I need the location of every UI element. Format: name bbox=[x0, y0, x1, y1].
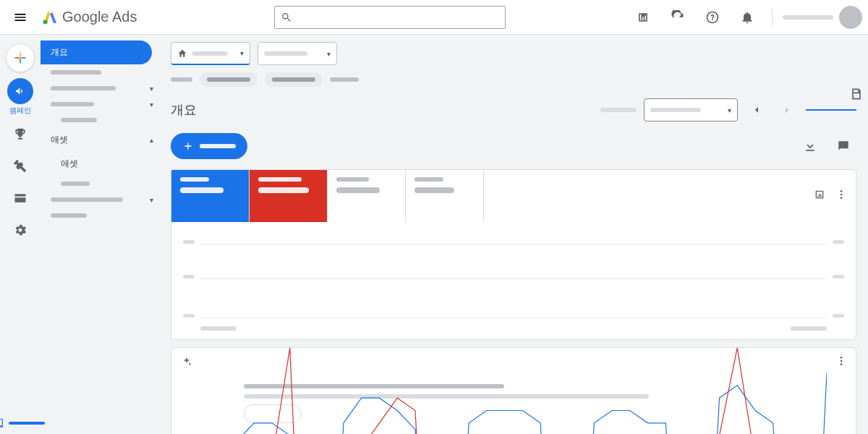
card-toolbar bbox=[805, 170, 856, 222]
bar-chart-icon bbox=[636, 10, 650, 25]
redacted-label bbox=[51, 102, 94, 106]
sidebar-item-assets[interactable]: 애셋 ▴ bbox=[41, 128, 159, 152]
product-name: Google Ads bbox=[62, 9, 137, 25]
left-rail: 캠페인 bbox=[0, 35, 41, 434]
sidebar-item-campaigns[interactable]: ▾ bbox=[41, 96, 159, 112]
action-row bbox=[166, 126, 861, 166]
sidebar-sub-assets[interactable]: 애셋 bbox=[41, 152, 159, 176]
chevron-down-icon: ▾ bbox=[150, 85, 153, 93]
metric-tab-2[interactable] bbox=[250, 170, 328, 222]
caret-down-icon: ▾ bbox=[728, 106, 731, 114]
date-range-picker[interactable]: ▾ bbox=[644, 98, 738, 122]
more-vert-icon bbox=[835, 355, 847, 367]
sidebar-item-recommendations[interactable] bbox=[41, 64, 159, 80]
sidebar-sub-campaigns[interactable] bbox=[41, 112, 159, 128]
more-vert-icon bbox=[835, 189, 847, 200]
filter-chip[interactable] bbox=[265, 72, 323, 87]
refresh-icon bbox=[671, 10, 685, 25]
sidebar-nav: 개요 ▾ ▾ 애셋 ▴ 애셋 ▾ bbox=[41, 35, 159, 434]
new-campaign-button[interactable] bbox=[171, 133, 247, 159]
gear-icon bbox=[13, 223, 27, 237]
product-logo[interactable]: Google Ads bbox=[41, 9, 137, 26]
header-actions bbox=[629, 3, 862, 32]
metric-tab-4[interactable] bbox=[406, 170, 484, 222]
card-menu-button[interactable] bbox=[835, 189, 847, 203]
sidebar-label: 애셋 bbox=[51, 134, 68, 146]
search-input[interactable] bbox=[298, 12, 499, 22]
search-box[interactable] bbox=[274, 6, 506, 29]
y-tick bbox=[833, 314, 844, 318]
account-name-redacted bbox=[783, 15, 833, 20]
sidebar-sub-item2[interactable] bbox=[41, 176, 159, 192]
rail-billing[interactable] bbox=[7, 185, 33, 211]
rail-campaigns-label: 캠페인 bbox=[9, 106, 31, 116]
feedback-icon bbox=[836, 139, 851, 153]
sidebar-item-audiences[interactable]: ▾ bbox=[41, 192, 159, 208]
app-header: Google Ads bbox=[0, 0, 868, 35]
reports-button[interactable] bbox=[629, 3, 658, 32]
redacted-label bbox=[51, 213, 87, 218]
save-report-button[interactable] bbox=[845, 82, 868, 106]
create-button[interactable] bbox=[6, 43, 35, 72]
account-selector[interactable]: ▾ bbox=[171, 42, 250, 65]
card-icon bbox=[13, 191, 27, 205]
hamburger-menu-button[interactable] bbox=[6, 3, 35, 32]
search-icon bbox=[281, 12, 292, 23]
performance-chart bbox=[200, 235, 827, 322]
user-avatar[interactable] bbox=[839, 6, 862, 29]
caret-down-icon: ▾ bbox=[327, 50, 331, 58]
sidebar-item-more[interactable] bbox=[41, 208, 159, 224]
prev-period-button[interactable] bbox=[745, 98, 768, 122]
chevron-right-icon bbox=[781, 104, 793, 116]
card-menu-button[interactable] bbox=[835, 355, 847, 370]
plus-multicolor-icon bbox=[13, 51, 27, 65]
metric-tabs bbox=[171, 170, 856, 222]
sparkle-icon bbox=[180, 356, 193, 369]
rail-tools[interactable] bbox=[7, 153, 33, 179]
main-content: ▾ ▾ 개요 ▾ bbox=[159, 35, 868, 434]
next-period-button bbox=[775, 98, 799, 122]
sidebar-item-insights[interactable]: ▾ bbox=[41, 80, 159, 96]
divider bbox=[772, 9, 773, 26]
rail-footer[interactable] bbox=[0, 418, 45, 428]
rail-campaigns[interactable]: 캠페인 bbox=[7, 78, 33, 116]
rail-goals[interactable] bbox=[7, 122, 33, 148]
compare-toggle[interactable] bbox=[806, 109, 856, 111]
save-icon bbox=[849, 87, 864, 101]
page-title: 개요 bbox=[171, 101, 197, 119]
svg-point-5 bbox=[841, 360, 843, 362]
svg-point-1 bbox=[841, 190, 843, 192]
y-tick bbox=[833, 240, 844, 244]
feedback-button[interactable] bbox=[830, 133, 856, 159]
y-tick bbox=[833, 275, 844, 278]
svg-point-3 bbox=[841, 197, 843, 199]
chevron-up-icon: ▴ bbox=[150, 136, 153, 144]
help-button[interactable] bbox=[698, 3, 727, 32]
chip-label bbox=[330, 77, 359, 82]
title-row: 개요 ▾ bbox=[166, 94, 861, 126]
megaphone-icon bbox=[14, 85, 26, 97]
y-tick bbox=[183, 275, 195, 278]
y-tick bbox=[183, 314, 195, 318]
rail-settings[interactable] bbox=[7, 217, 33, 243]
plus-icon bbox=[182, 140, 194, 152]
bell-icon bbox=[740, 10, 754, 25]
date-label bbox=[600, 108, 637, 112]
redacted-label bbox=[51, 197, 123, 202]
chevron-left-icon bbox=[751, 104, 762, 116]
metric-tab-1[interactable] bbox=[171, 170, 250, 222]
ads-logo-icon bbox=[41, 9, 58, 26]
chart-icon bbox=[814, 189, 825, 200]
sidebar-item-overview[interactable]: 개요 bbox=[41, 41, 152, 64]
y-tick bbox=[183, 240, 195, 244]
metric-tab-3[interactable] bbox=[328, 170, 406, 222]
trophy-icon bbox=[13, 127, 27, 142]
filter-chip[interactable] bbox=[200, 72, 258, 87]
chart-type-button[interactable] bbox=[814, 189, 825, 203]
svg-point-4 bbox=[841, 357, 843, 359]
download-button[interactable] bbox=[797, 133, 823, 159]
notifications-button[interactable] bbox=[733, 3, 762, 32]
refresh-button[interactable] bbox=[663, 3, 692, 32]
campaign-selector[interactable]: ▾ bbox=[258, 42, 337, 65]
sidebar-label: 애셋 bbox=[61, 158, 78, 170]
